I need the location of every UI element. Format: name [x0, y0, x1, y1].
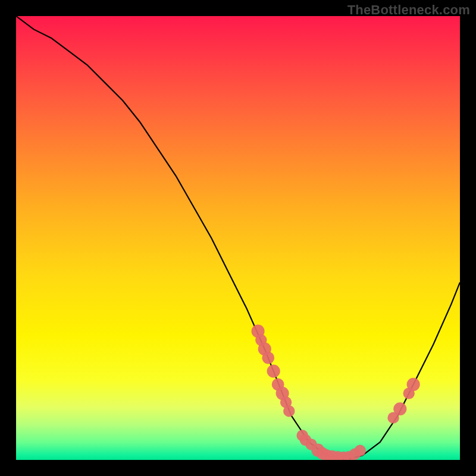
chart-stage: TheBottleneck.com [0, 0, 476, 476]
right-cluster-dot [407, 378, 420, 391]
valley-dot [354, 445, 365, 456]
curve-svg [16, 16, 460, 460]
watermark-text: TheBottleneck.com [347, 2, 470, 18]
plot-area [16, 16, 460, 460]
left-cluster-dot [267, 365, 280, 378]
right-cluster-dot [393, 402, 406, 415]
left-cluster-dot [262, 352, 274, 364]
bottleneck-curve [16, 16, 460, 460]
left-cluster-dot [283, 405, 295, 416]
data-markers [252, 325, 420, 460]
